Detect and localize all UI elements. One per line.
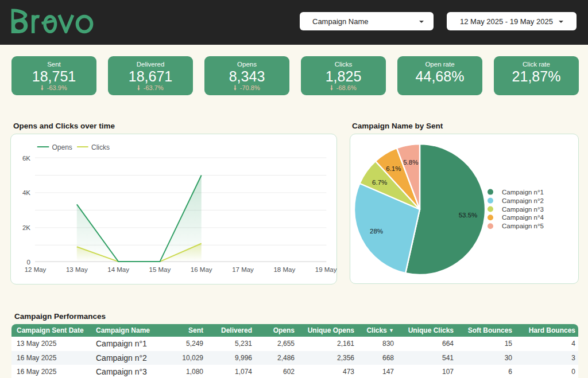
svg-text:Clicks: Clicks bbox=[91, 143, 110, 151]
svg-text:53.5%: 53.5% bbox=[459, 212, 478, 219]
svg-text:6.1%: 6.1% bbox=[386, 165, 401, 172]
svg-text:0: 0 bbox=[27, 259, 30, 266]
svg-text:Opens: Opens bbox=[52, 143, 72, 151]
svg-text:18 May: 18 May bbox=[273, 266, 295, 273]
svg-text:14 May: 14 May bbox=[107, 266, 129, 273]
svg-text:16 May: 16 May bbox=[191, 266, 212, 273]
svg-text:5.8%: 5.8% bbox=[403, 159, 418, 166]
svg-text:15 May: 15 May bbox=[149, 266, 171, 273]
svg-text:17 May: 17 May bbox=[232, 266, 254, 273]
svg-text:Campaign n°5: Campaign n°5 bbox=[502, 223, 544, 229]
svg-text:Campaign n°1: Campaign n°1 bbox=[502, 189, 544, 196]
svg-text:19 May: 19 May bbox=[315, 266, 337, 273]
svg-text:12 May: 12 May bbox=[25, 266, 47, 273]
svg-text:6K: 6K bbox=[22, 155, 30, 162]
svg-text:Campaign n°2: Campaign n°2 bbox=[502, 197, 544, 204]
svg-text:13 May: 13 May bbox=[66, 266, 88, 273]
svg-text:4K: 4K bbox=[22, 189, 30, 196]
svg-text:6.7%: 6.7% bbox=[372, 179, 387, 186]
svg-text:2K: 2K bbox=[22, 224, 30, 231]
svg-text:Campaign n°3: Campaign n°3 bbox=[502, 206, 544, 213]
svg-text:Campaign n°4: Campaign n°4 bbox=[502, 214, 544, 221]
svg-text:28%: 28% bbox=[370, 228, 383, 235]
